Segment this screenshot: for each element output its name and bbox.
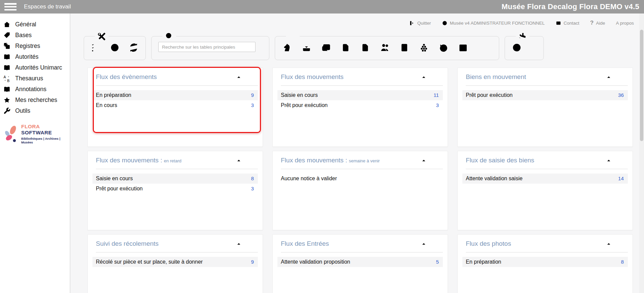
close-card-icon[interactable] [433,241,438,246]
hamburger-menu-icon[interactable] [4,3,17,10]
collapse-card-icon[interactable] [236,158,241,163]
collapse-card-icon[interactable] [606,75,611,80]
close-card-icon[interactable] [248,241,253,246]
aide-button[interactable]: ?Aide [590,20,605,26]
card-rows: En préparation9En cours3 [88,90,263,110]
search-input[interactable] [158,42,256,52]
collapse-card-icon[interactable] [236,241,241,246]
flow-row-pret-pour-execution[interactable]: Prêt pour exécution3 [277,100,443,110]
refresh-icon[interactable] [129,43,139,53]
collapse-card-icon[interactable] [606,241,611,246]
task-list-icon[interactable] [91,43,101,53]
close-card-icon[interactable] [433,75,438,80]
flow-row-pret-pour-execution[interactable]: Prêt pour exécution3 [92,184,258,194]
card-title: Flux des mouvements : [281,157,347,164]
flow-row-saisie-en-cours[interactable]: Saisie en cours8 [92,174,258,184]
calendar-icon[interactable] [458,43,468,53]
card-divider [281,252,443,252]
toolbar [84,32,644,60]
collapse-card-icon[interactable] [421,75,426,80]
collapse-card-icon[interactable] [421,241,426,246]
tag-icon [3,31,11,39]
close-card-icon[interactable] [618,158,623,163]
vertical-scrollbar[interactable] [639,14,644,293]
close-card-icon[interactable] [248,158,253,163]
sidebar-item-outils[interactable]: Outils [0,105,70,116]
card-divider [281,169,443,169]
card-title: Flux des mouvements [281,73,344,80]
ab-icon [3,75,11,82]
stack-rays-icon[interactable] [478,43,488,53]
video-document-icon[interactable] [341,43,351,53]
contact-button[interactable]: Contact [556,20,580,26]
cards-grid: Flux des évènements En préparation9En co… [87,68,644,293]
card-subtitle: en retard [164,158,181,163]
flow-row-saisie-en-cours[interactable]: Saisie en cours11 [277,90,443,100]
card-flux-de-saisie-des-biens: Flux de saisie des biens Attente validat… [457,151,633,230]
collapse-card-icon[interactable] [606,158,611,163]
card-title: Flux de saisie des biens [466,157,534,164]
main-area: Quitter Musée v4 ADMINISTRATEUR FONCTION… [70,14,644,293]
card-flux-des-mouvements: Flux des mouvements Saisie en cours11Prê… [272,68,448,147]
users-icon[interactable] [380,43,390,53]
sidebar-item-registres[interactable]: Registres [0,41,70,51]
toolbar-group-create [275,32,499,60]
sidebar-item-mes-recherches[interactable]: Mes recherches [0,95,70,105]
flow-row-en-preparation[interactable]: En préparation9 [92,90,258,100]
flora-petals-icon [3,124,20,144]
card-biens-en-mouvement: Biens en mouvement Prêt pour exécution36 [457,68,633,147]
sidebar-item-general[interactable]: Général [0,19,70,30]
card-flux-des-evenements: Flux des évènements En préparation9En co… [87,68,263,147]
app-title: Musée Flora Decalog Flora DEMO v4.5 [502,2,639,11]
zoom-plus-icon [165,32,174,41]
sidebar-item-thesaurus[interactable]: Thesaurus [0,73,70,84]
card-rows: Aucune notice à valider [273,174,448,184]
flow-row-recole-sur-piece-et-sur-place-suite-a-donner[interactable]: Récolé sur pièce et sur place, suite à d… [92,257,258,267]
toolbar-group-search [151,32,269,60]
collapse-card-icon[interactable] [236,75,241,80]
flow-row-pret-pour-execution[interactable]: Prêt pour exécution36 [462,90,628,100]
mail-icon [556,20,561,26]
tools-icon [97,32,106,41]
chess-knight-icon[interactable] [282,43,292,53]
current-user[interactable]: Musée v4 ADMINISTRATEUR FONCTIONNEL [442,20,545,26]
archive-cabinet-icon[interactable] [399,43,409,53]
close-card-icon[interactable] [433,158,438,163]
sidebar-item-annotations[interactable]: Annotations [0,84,70,95]
wrench-icon [3,107,11,115]
scrollbar-thumb[interactable] [640,30,643,141]
grape-cluster-icon[interactable] [419,43,429,53]
collapse-card-icon[interactable] [421,158,426,163]
flow-row-en-cours[interactable]: En cours3 [92,100,258,110]
star-icon [3,96,11,104]
book-icon [3,64,11,72]
history-icon[interactable] [438,43,449,53]
flow-row-en-preparation[interactable]: En préparation8 [462,257,628,267]
clock-icon[interactable] [110,43,120,53]
flow-row-attente-validation-proposition[interactable]: Attente validation proposition5 [277,257,443,267]
sidebar-item-autorites-unimarc[interactable]: Autorités Unimarc [0,62,70,73]
close-card-icon[interactable] [248,75,253,80]
close-card-icon[interactable] [618,75,623,80]
flow-row-attente-validation-saisie[interactable]: Attente validation saisie14 [462,174,628,184]
sidebar-item-bases[interactable]: Bases [0,30,70,41]
swipe-hand-icon [518,32,527,41]
card-title: Suivi des récolements [96,240,159,247]
quitter-button[interactable]: Quitter [409,20,431,26]
card-flux-des-photos: Flux des photos En préparation8 [457,234,633,293]
image-gallery-icon[interactable] [321,43,331,53]
sidebar-item-autorites[interactable]: Autorités [0,51,70,62]
import-tray-icon[interactable] [301,43,312,53]
toolbar-group-tools [84,32,146,60]
sidebar: Général Bases Registres Autorités Autori… [0,14,70,293]
card-divider [96,252,258,252]
help-circle-icon[interactable] [512,43,522,53]
card-divider [96,85,258,86]
close-card-icon[interactable] [618,241,623,246]
text-document-icon[interactable] [360,43,370,53]
card-suivi-des-recolements: Suivi des récolements Récolé sur pièce e… [87,234,263,293]
card-divider [96,169,258,169]
card-rows: En préparation8 [458,257,633,267]
apropos-button[interactable]: A propos [616,21,634,26]
copies-icon [3,42,11,50]
